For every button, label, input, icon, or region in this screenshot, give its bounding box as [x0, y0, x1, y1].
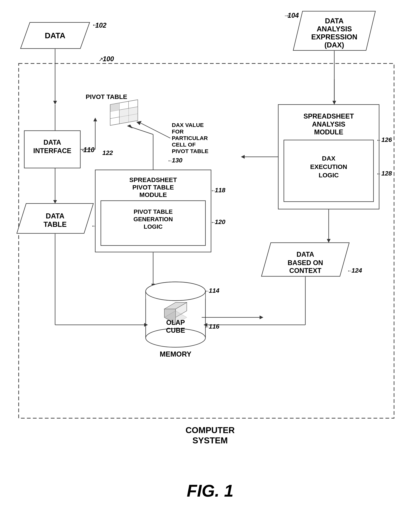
pivot-gen-label1: PIVOT TABLE	[134, 208, 172, 215]
dax-label-line1: DATA	[325, 17, 344, 25]
ss-analysis-label1: SPREADSHEET	[303, 112, 354, 120]
data-interface-ref-arrow: ←	[81, 147, 86, 153]
svg-rect-33	[284, 140, 374, 202]
ss-analysis-ref-arrow: ←	[376, 137, 381, 143]
dax-ref-arrow: →	[283, 12, 290, 19]
svg-point-52	[146, 282, 205, 301]
data-context-label2: BASED ON	[288, 259, 323, 267]
computer-system-label1: COMPUTER	[185, 425, 235, 435]
pivot-module-label2: PIVOT TABLE	[132, 184, 174, 191]
dax-exec-label3: LOGIC	[319, 171, 339, 179]
dax-value-label5: PIVOT TABLE	[172, 148, 208, 154]
pivot-table-module-node: SPREADSHEET PIVOT TABLE MODULE PIVOT TAB…	[95, 170, 225, 252]
pivot-gen-label2: GENERATION	[134, 216, 173, 222]
data-table-label-line2: TABLE	[44, 221, 67, 228]
data-ref-label: 102	[95, 22, 106, 29]
dax-value-label4: CELL OF	[172, 141, 196, 148]
olap-ref-114-arrow: ←	[204, 288, 210, 294]
data-context-label1: DATA	[297, 251, 314, 258]
boundary-ref-arrow: ↗	[99, 56, 103, 62]
dax-value-label1: DAX VALUE	[172, 122, 204, 128]
spreadsheet-analysis-node: SPREADSHEET ANALYSIS MODULE DAX EXECUTIO…	[278, 104, 392, 209]
dax-value-ref-arrow: ←	[167, 158, 172, 163]
dax-value-label3: PARTICULAR	[172, 135, 208, 141]
data-interface-label-line2: INTERFACE	[33, 147, 71, 155]
fig-label: FIG. 1	[187, 482, 233, 500]
data-label: DATA	[45, 31, 65, 40]
ss-analysis-label3: MODULE	[314, 128, 343, 136]
data-context-ref: 124	[352, 267, 362, 274]
pivot-module-label3: MODULE	[139, 191, 167, 198]
pivot-table-label: PIVOT TABLE	[86, 93, 127, 100]
pivot-module-ref: 118	[215, 186, 225, 194]
pivot-module-ref-arrow: ←	[211, 188, 216, 193]
pivot-gen-label3: LOGIC	[144, 223, 163, 230]
data-table-label-line1: DATA	[46, 212, 64, 220]
pivot-module-label1: SPREADSHEET	[129, 176, 177, 183]
olap-label1: OLAP	[166, 319, 185, 326]
dax-label-line4: (DAX)	[324, 41, 344, 49]
computer-system-label2: SYSTEM	[192, 436, 228, 445]
dax-value-label2: FOR	[172, 128, 184, 135]
pivot-gen-ref: 120	[215, 218, 225, 225]
data-interface-label-line1: DATA	[44, 139, 61, 146]
ss-analysis-ref: 126	[381, 136, 392, 143]
dax-label-line3: EXPRESSION	[311, 33, 357, 41]
dax-exec-label2: EXECUTION	[310, 163, 347, 170]
ss-analysis-label2: ANALYSIS	[312, 120, 345, 128]
boundary-ref-label: 100	[103, 55, 114, 63]
olap-ref-116-arrow: ←	[204, 324, 210, 330]
pivot-gen-ref-arrow: ←	[211, 219, 216, 225]
dax-value-ref: 130	[172, 157, 182, 164]
dax-exec-label1: DAX	[322, 155, 335, 162]
dax-exec-ref: 128	[381, 170, 392, 177]
olap-label2: CUBE	[166, 326, 185, 334]
dax-label-line2: ANALYSIS	[317, 25, 352, 33]
olap-ref-114: 114	[209, 287, 219, 294]
data-context-ref-arrow: ←	[347, 268, 352, 274]
svg-rect-26	[101, 201, 205, 245]
memory-label: MEMORY	[160, 350, 191, 358]
dax-exec-ref-arrow: ←	[376, 171, 381, 177]
ref-122: 122	[102, 149, 113, 156]
data-context-label3: CONTEXT	[289, 267, 321, 274]
olap-ref-116: 116	[209, 323, 220, 330]
